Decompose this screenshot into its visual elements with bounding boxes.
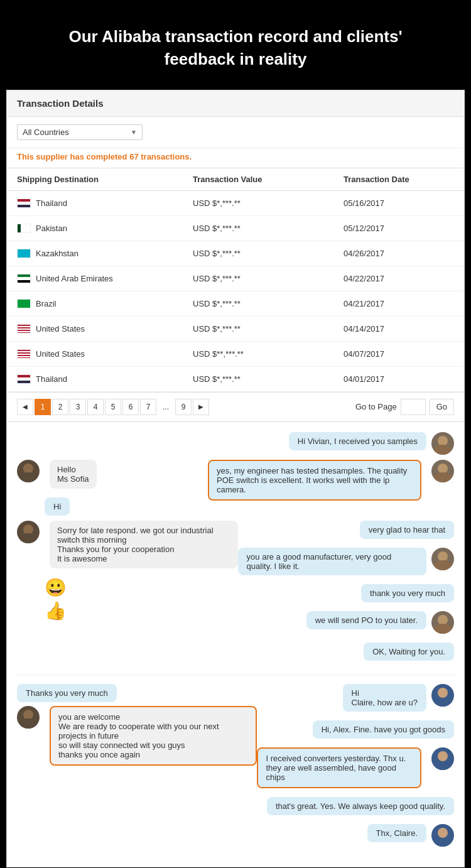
flag-icon-usa xyxy=(17,324,31,334)
date-cell: 05/12/2017 xyxy=(344,224,454,233)
chat-right-converters: I received converters yesterday. Thx u.t… xyxy=(257,747,454,788)
svg-point-4 xyxy=(438,464,448,474)
destination-cell: Kazakhstan xyxy=(17,249,193,258)
svg-point-10 xyxy=(438,615,448,625)
page-btn-1[interactable]: 1 xyxy=(35,399,51,415)
value-cell: USD $**,***.** xyxy=(193,349,344,359)
page-btn-4[interactable]: 4 xyxy=(87,399,104,415)
col-value: Transaction Value xyxy=(193,175,344,184)
date-cell: 04/26/2017 xyxy=(344,249,454,258)
next-page-btn[interactable]: ▶ xyxy=(193,399,209,415)
chat-right-great: that's great. Yes. We always keep good q… xyxy=(267,797,454,815)
transaction-section-title: Transaction Details xyxy=(7,90,464,117)
destination-cell: Thailand xyxy=(17,198,193,208)
chat-bubble-po: we will send PO to you later. xyxy=(306,611,426,629)
chat-right-fine: Hi, Alex. Fine. have you got goods xyxy=(313,720,454,739)
chat-bubble-thanks-much: thank you very much xyxy=(361,584,454,602)
col-destination: Shipping Destination xyxy=(17,175,193,184)
value-cell: USD $*,***.** xyxy=(193,374,344,384)
chat-left-welcome: you are welcomeWe are ready to cooperate… xyxy=(17,706,257,766)
page-btn-7[interactable]: 7 xyxy=(140,399,156,415)
chat-bubble-fine: Hi, Alex. Fine. have you got goods xyxy=(313,720,454,739)
goto-button[interactable]: Go xyxy=(430,399,454,415)
page-btn-3[interactable]: 3 xyxy=(70,399,86,415)
pagination-row: ◀ 1 2 3 4 5 6 7 ... 9 ▶ Go to Page Go xyxy=(7,392,464,421)
svg-rect-19 xyxy=(434,838,452,847)
value-cell: USD $*,***.** xyxy=(193,224,344,233)
country-filter-label: All Countries xyxy=(23,127,126,137)
destination-cell: United States xyxy=(17,349,193,359)
flag-icon-thailand xyxy=(17,198,31,208)
country-filter-dropdown[interactable]: All Countries ▼ xyxy=(17,124,143,140)
country-name: Pakistan xyxy=(36,224,67,233)
svg-point-0 xyxy=(438,436,448,446)
table-row: United States USD $*,***.** 04/14/2017 xyxy=(7,317,464,342)
country-name: United Arab Emirates xyxy=(36,274,113,283)
flag-icon-usa xyxy=(17,349,31,359)
table-row: United States USD $**,***.** 04/07/2017 xyxy=(7,342,464,367)
chat-bubble-converters: I received converters yesterday. Thx u.t… xyxy=(257,747,421,788)
chat-right-waiting: OK, Waiting for you. xyxy=(364,643,454,661)
chat-bubble-1: Hi Vivian, I received you samples xyxy=(289,432,426,450)
emoji-group: 😀 👍 xyxy=(45,577,238,621)
emoji-smile: 😀 xyxy=(45,577,238,598)
pagination-controls: ◀ 1 2 3 4 5 6 7 ... 9 ▶ xyxy=(17,399,209,415)
destination-cell: Brazil xyxy=(17,299,193,308)
table-row: Pakistan USD $*,***.** 05/12/2017 xyxy=(7,216,464,241)
page-ellipsis: ... xyxy=(158,399,174,415)
chat-bubble-hi: Hi xyxy=(45,497,70,516)
left-group-3: Thanks you very much you are welcomeWe a… xyxy=(17,684,257,771)
table-row: Thailand USD $*,***.** 04/01/2017 xyxy=(7,367,464,392)
right-group-2: very glad to hear that you are a good ma… xyxy=(238,521,454,666)
table-row: Kazakhstan USD $*,***.** 04/26/2017 xyxy=(7,241,464,266)
table-row: Brazil USD $*,***.** 04/21/2017 xyxy=(7,291,464,317)
chat-row-3: Sorry for late respond. we got our indus… xyxy=(17,521,454,666)
avatar-left-1 xyxy=(17,460,40,482)
chat-thanks-wrapper: Thanks you very much xyxy=(17,684,257,702)
chat-row-2: HelloMs Sofia Hi yes, my engineer has te… xyxy=(17,460,454,516)
date-cell: 04/07/2017 xyxy=(344,349,454,359)
country-name: United States xyxy=(36,324,85,334)
dropdown-arrow-icon: ▼ xyxy=(131,129,137,136)
chat-bubble-welcome: you are welcomeWe are ready to cooperate… xyxy=(50,706,257,766)
value-cell: USD $*,***.** xyxy=(193,274,344,283)
date-cell: 05/16/2017 xyxy=(344,198,454,208)
destination-cell: Pakistan xyxy=(17,224,193,233)
chat-section: Hi Vivian, I received you samples HelloM… xyxy=(6,422,465,867)
page-btn-6[interactable]: 6 xyxy=(122,399,139,415)
page-btn-9[interactable]: 9 xyxy=(175,399,192,415)
date-cell: 04/21/2017 xyxy=(344,299,454,308)
chat-bubble-waiting: OK, Waiting for you. xyxy=(364,643,454,661)
svg-point-1 xyxy=(434,445,452,455)
chat-bubble-manufacturer: you are a good manufacturer, very good q… xyxy=(238,548,426,575)
right-group-3: HiClaire, how are u? Hi, Alex. Fine. hav… xyxy=(257,684,454,852)
destination-cell: Thailand xyxy=(17,374,193,384)
svg-point-18 xyxy=(438,828,448,838)
flag-icon-pakistan xyxy=(17,224,31,233)
svg-point-7 xyxy=(19,533,37,543)
goto-input[interactable] xyxy=(401,399,426,415)
chat-right-highlighted: yes, my engineer has tested thesamples. … xyxy=(208,460,454,501)
svg-point-3 xyxy=(19,472,37,482)
transaction-count: This supplier has completed 67 transacti… xyxy=(7,148,464,168)
chat-right-thanks: thank you very much xyxy=(361,584,454,602)
svg-point-6 xyxy=(23,524,33,534)
destination-cell: United Arab Emirates xyxy=(17,274,193,283)
avatar-right-5 xyxy=(431,684,454,707)
transaction-section: Transaction Details All Countries ▼ This… xyxy=(6,90,465,422)
chat-right-thx-claire: Thx, Claire. xyxy=(367,824,454,847)
left-group-2: Sorry for late respond. we got our indus… xyxy=(17,521,238,621)
page-btn-5[interactable]: 5 xyxy=(105,399,121,415)
value-cell: USD $*,***.** xyxy=(193,324,344,334)
flag-icon-kazakhstan xyxy=(17,249,31,258)
goto-page: Go to Page Go xyxy=(355,399,454,415)
page-btn-2[interactable]: 2 xyxy=(52,399,68,415)
chat-bubble-sorry: Sorry for late respond. we got our indus… xyxy=(50,521,238,568)
chat-left-hello: HelloMs Sofia xyxy=(17,460,97,489)
prev-page-btn[interactable]: ◀ xyxy=(17,399,33,415)
chat-row-4: Thanks you very much you are welcomeWe a… xyxy=(17,684,454,852)
avatar-right-4 xyxy=(431,611,454,634)
svg-point-8 xyxy=(438,551,448,561)
country-name: Kazakhstan xyxy=(36,249,78,258)
country-name: Brazil xyxy=(36,299,57,308)
